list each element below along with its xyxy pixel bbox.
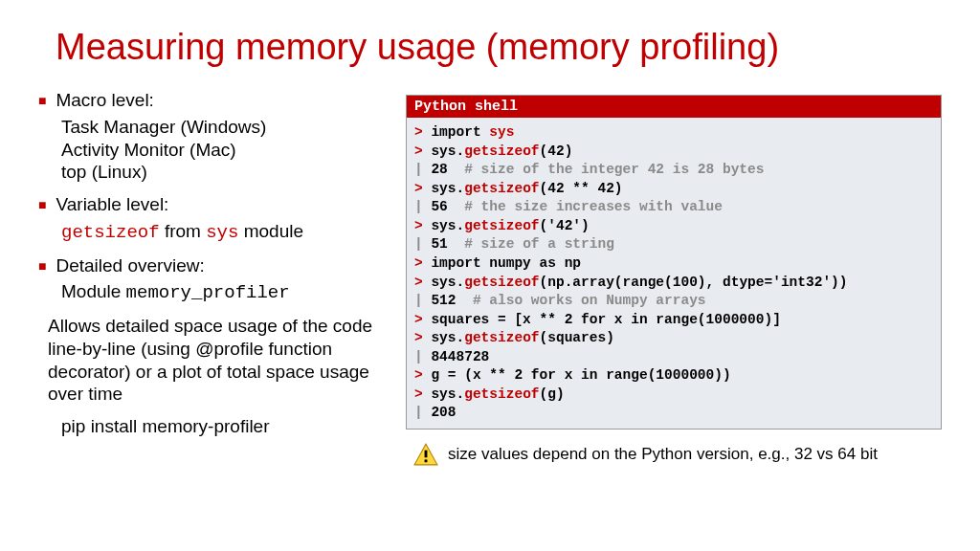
sub-text: pip install memory-profiler: [61, 415, 383, 438]
shell-line: > import numpy as np: [414, 254, 933, 274]
code-token: sys: [206, 222, 238, 243]
shell-line: > g = (x ** 2 for x in range(1000000)): [414, 366, 933, 386]
shell-header: Python shell: [407, 96, 941, 118]
bullet-variable: ■ Variable level:: [38, 193, 383, 216]
content-row: ■ Macro level: Task Manager (Windows) Ac…: [38, 89, 942, 466]
slide-title: Measuring memory usage (memory profiling…: [56, 27, 942, 68]
shell-line: > import sys: [414, 123, 933, 143]
bullet-detailed: ■ Detailed overview:: [38, 254, 383, 277]
shell-line: > sys.getsizeof(squares): [414, 329, 933, 348]
svg-rect-2: [425, 459, 428, 462]
bullet-text: Variable level:: [56, 193, 383, 216]
shell-line: > sys.getsizeof(np.array(range(100), dty…: [414, 274, 933, 293]
sub-text: Module memory_profiler: [61, 280, 383, 305]
shell-line: | 8448728: [414, 348, 933, 367]
shell-line: > squares = [x ** 2 for x in range(10000…: [414, 311, 933, 330]
line: top (Linux): [61, 161, 383, 184]
sub-text: getsizeof from sys module: [61, 220, 383, 245]
left-column: ■ Macro level: Task Manager (Windows) Ac…: [38, 89, 383, 466]
text: from: [160, 221, 207, 241]
code-token: memory_profiler: [126, 282, 290, 303]
footnote-text: size values depend on the Python version…: [448, 445, 878, 464]
right-column: Python shell > import sys> sys.getsizeof…: [406, 95, 942, 466]
shell-line: | 28 # size of the integer 42 is 28 byte…: [414, 161, 933, 180]
footnote: size values depend on the Python version…: [413, 443, 942, 466]
text: module: [238, 221, 303, 241]
bullet-text: Detailed overview:: [56, 254, 383, 277]
python-shell-box: Python shell > import sys> sys.getsizeof…: [406, 95, 942, 430]
bullet-macro: ■ Macro level:: [38, 89, 383, 112]
shell-line: | 208: [414, 404, 933, 423]
square-bullet-icon: ■: [38, 258, 46, 277]
shell-line: | 51 # size of a string: [414, 235, 933, 254]
shell-body: > import sys> sys.getsizeof(42)| 28 # si…: [407, 118, 941, 429]
sub-text: Task Manager (Windows) Activity Monitor …: [61, 116, 383, 184]
svg-rect-1: [425, 451, 428, 458]
shell-line: | 56 # the size increases with value: [414, 198, 933, 217]
line: Activity Monitor (Mac): [61, 139, 383, 162]
bullet-text: Macro level:: [56, 89, 383, 112]
square-bullet-icon: ■: [38, 197, 46, 216]
code-token: getsizeof: [61, 222, 160, 243]
slide: Measuring memory usage (memory profiling…: [0, 0, 980, 485]
shell-line: > sys.getsizeof(42): [414, 143, 933, 162]
shell-line: | 512 # also works on Numpy arrays: [414, 292, 933, 311]
square-bullet-icon: ■: [38, 93, 46, 112]
paragraph: Allows detailed space usage of the code …: [48, 315, 383, 406]
shell-line: > sys.getsizeof('42'): [414, 217, 933, 236]
text: Module: [61, 281, 126, 301]
line: Task Manager (Windows): [61, 116, 383, 139]
shell-line: > sys.getsizeof(42 ** 42): [414, 180, 933, 199]
warning-icon: [413, 443, 438, 466]
shell-line: > sys.getsizeof(g): [414, 386, 933, 405]
